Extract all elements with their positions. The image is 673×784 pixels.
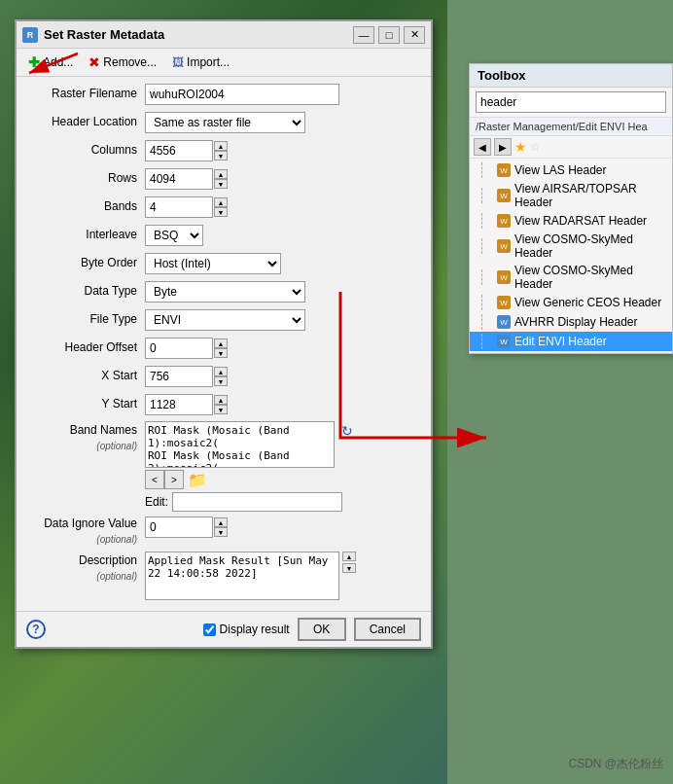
data-ignore-up-btn[interactable]: ▲ (214, 517, 228, 527)
header-location-label: Header Location (28, 115, 145, 130)
header-offset-down-btn[interactable]: ▼ (214, 348, 228, 358)
data-ignore-input[interactable] (145, 517, 213, 538)
list-item[interactable]: W View LAS Header (470, 160, 672, 180)
list-item[interactable]: W AVHRR Display Header (470, 312, 672, 332)
x-start-up-btn[interactable]: ▲ (214, 367, 228, 376)
nav-back-btn[interactable]: ◀ (474, 138, 491, 156)
columns-spinner-btns: ▲ ▼ (214, 141, 228, 160)
ok-button[interactable]: OK (298, 618, 346, 641)
list-item[interactable]: W View Generic CEOS Header (470, 293, 672, 312)
description-down-btn[interactable]: ▼ (342, 563, 356, 573)
data-ignore-spinner-btns: ▲ ▼ (214, 517, 228, 537)
x-start-input[interactable] (145, 366, 213, 387)
cancel-button[interactable]: Cancel (354, 618, 421, 641)
rows-up-btn[interactable]: ▲ (214, 169, 228, 179)
edit-input[interactable] (172, 492, 342, 512)
toolbox-search-input[interactable] (476, 91, 666, 113)
add-icon: ✚ (28, 54, 40, 70)
list-item[interactable]: W View AIRSAR/TOPSAR Header (470, 180, 672, 211)
interleave-select[interactable]: BSQ BIL BIP (145, 225, 203, 246)
toolbox-panel: Toolbox /Raster Management/Edit ENVI Hea… (469, 63, 673, 354)
header-offset-up-btn[interactable]: ▲ (214, 339, 228, 348)
toolbox-list: W View LAS Header W View AIRSAR/TOPSAR H… (470, 159, 672, 353)
header-location-select[interactable]: Same as raster file (145, 112, 305, 133)
tool-icon: W (497, 296, 511, 309)
columns-input[interactable] (145, 140, 213, 161)
columns-spinner: ▲ ▼ (145, 140, 228, 161)
indent (481, 162, 493, 178)
band-prev-btn[interactable]: < (145, 470, 164, 489)
help-button[interactable]: ? (26, 620, 46, 639)
bands-input[interactable] (145, 196, 213, 218)
header-offset-input[interactable] (145, 338, 213, 359)
file-type-label: File Type (28, 312, 145, 328)
add-button[interactable]: ✚ Add... (24, 53, 77, 72)
x-start-down-btn[interactable]: ▼ (214, 376, 228, 386)
tool-icon: W (497, 214, 511, 228)
close-button[interactable]: ✕ (404, 26, 425, 44)
minimize-button[interactable]: — (353, 26, 374, 44)
band-next-btn[interactable]: > (164, 470, 184, 489)
columns-label: Columns (28, 143, 145, 159)
description-label: Description (optional) (28, 552, 145, 584)
indent (481, 295, 493, 310)
rows-label: Rows (28, 171, 145, 187)
bands-up-btn[interactable]: ▲ (214, 197, 228, 207)
refresh-button[interactable]: ↻ (337, 421, 357, 441)
rows-down-btn[interactable]: ▼ (214, 179, 228, 189)
dialog-title: Set Raster Metadata (44, 27, 353, 42)
folder-icon[interactable]: 📁 (188, 471, 207, 489)
description-scroll: ▲ ▼ (342, 552, 356, 573)
remove-icon: ✖ (89, 54, 100, 70)
header-location-row: Header Location Same as raster file (28, 111, 419, 134)
byte-order-row: Byte Order Host (Intel) Network (IEEE) (28, 252, 419, 275)
y-start-row: Y Start ▲ ▼ (28, 393, 419, 416)
columns-up-btn[interactable]: ▲ (214, 141, 228, 151)
raster-filename-input[interactable] (145, 84, 339, 105)
tool-icon: W (497, 163, 511, 177)
star-icon[interactable]: ★ (514, 139, 527, 155)
toolbox-title: Toolbox (470, 64, 672, 88)
columns-down-btn[interactable]: ▼ (214, 151, 228, 160)
display-result-checkbox-row: Display result (203, 623, 290, 636)
edit-row: Edit: (145, 492, 357, 512)
list-item-selected[interactable]: W Edit ENVI Header (470, 332, 672, 351)
list-item[interactable]: W View COSMO-SkyMed Header (470, 262, 672, 293)
rows-input[interactable] (145, 168, 213, 190)
header-offset-row: Header Offset ▲ ▼ (28, 337, 419, 360)
x-start-spinner: ▲ ▼ (145, 366, 228, 387)
list-item[interactable]: W View RADARSAT Header (470, 211, 672, 231)
data-ignore-label: Data Ignore Value (optional) (28, 517, 145, 547)
maximize-button[interactable]: □ (378, 26, 400, 44)
y-start-input[interactable] (145, 394, 213, 415)
data-type-select[interactable]: Byte Integer Float (145, 281, 305, 303)
import-button[interactable]: 🖼 Import... (168, 53, 233, 71)
byte-order-select[interactable]: Host (Intel) Network (IEEE) (145, 253, 281, 274)
description-row: Description (optional) Applied Mask Resu… (28, 552, 419, 600)
band-names-top: ROI Mask (Mosaic (Band 1):mosaic2( ROI M… (145, 421, 357, 468)
display-result-checkbox[interactable] (203, 624, 216, 636)
data-ignore-down-btn[interactable]: ▼ (214, 527, 228, 537)
band-names-textarea[interactable]: ROI Mask (Mosaic (Band 1):mosaic2( ROI M… (145, 421, 335, 468)
file-type-select[interactable]: ENVI TIFF (145, 309, 305, 331)
y-start-down-btn[interactable]: ▼ (214, 405, 228, 414)
y-start-label: Y Start (28, 397, 145, 412)
tool-icon: W (497, 189, 511, 202)
indent (481, 238, 493, 254)
edit-label: Edit: (145, 495, 168, 509)
bands-down-btn[interactable]: ▼ (214, 207, 228, 217)
rows-spinner-btns: ▲ ▼ (214, 169, 228, 189)
list-item[interactable]: W View COSMO-SkyMed Header (470, 231, 672, 262)
columns-row: Columns ▲ ▼ (28, 139, 419, 162)
rows-spinner: ▲ ▼ (145, 168, 228, 190)
data-type-row: Data Type Byte Integer Float (28, 280, 419, 303)
remove-button[interactable]: ✖ Remove... (85, 53, 160, 72)
description-up-btn[interactable]: ▲ (342, 552, 356, 561)
y-start-spinner-btns: ▲ ▼ (214, 395, 228, 414)
header-offset-label: Header Offset (28, 340, 145, 356)
description-textarea[interactable]: Applied Mask Result [Sun May 22 14:00:58… (145, 552, 339, 600)
nav-forward-btn[interactable]: ▶ (494, 138, 512, 156)
band-names-row: Band Names (optional) ROI Mask (Mosaic (… (28, 421, 419, 512)
band-names-area: ROI Mask (Mosaic (Band 1):mosaic2( ROI M… (145, 421, 357, 512)
y-start-up-btn[interactable]: ▲ (214, 395, 228, 405)
